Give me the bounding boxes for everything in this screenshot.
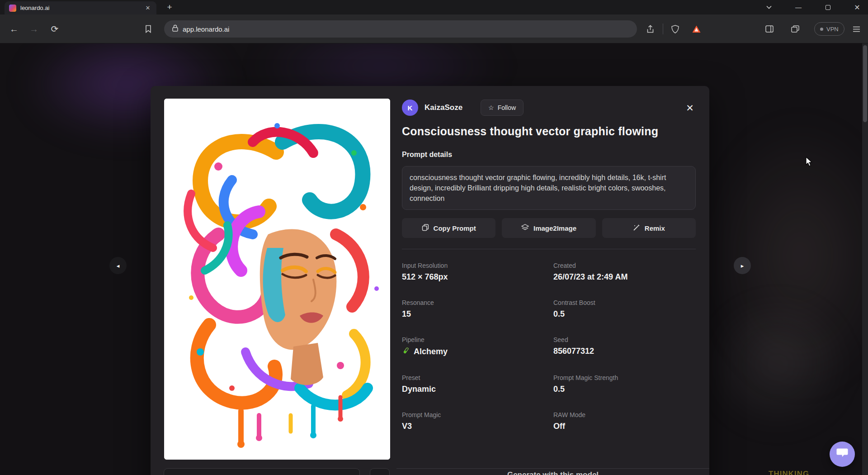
detail-panel: K KaizaSoze ☆ Follow Consciousness thoug… bbox=[402, 98, 696, 431]
detail-pipeline: Pipeline Alchemy bbox=[402, 336, 544, 357]
thumbnail-strip[interactable] bbox=[164, 468, 360, 475]
share-icon[interactable] bbox=[642, 21, 658, 37]
image-detail-modal: ✕ K KaizaSoze ☆ Follow Consciousness tho… bbox=[151, 86, 709, 475]
generate-label: Generate with this model bbox=[507, 470, 599, 475]
toolbar-divider bbox=[663, 24, 663, 34]
background-glow bbox=[705, 297, 850, 432]
tab-title: leonardo.ai bbox=[20, 5, 140, 11]
page-background: ✕ K KaizaSoze ☆ Follow Consciousness tho… bbox=[0, 43, 868, 475]
generated-artwork-image bbox=[164, 99, 390, 460]
scrollbar-thumb[interactable] bbox=[863, 45, 867, 122]
chat-support-button[interactable] bbox=[830, 442, 855, 467]
brave-lion-icon[interactable] bbox=[688, 21, 704, 37]
detail-resonance: Resonance 15 bbox=[402, 299, 544, 319]
remix-label: Remix bbox=[645, 224, 665, 232]
copy-icon bbox=[422, 224, 429, 233]
video-watermark: THINKING bbox=[769, 470, 809, 475]
tab-strip: leonardo.ai ✕ + — ✕ bbox=[0, 0, 868, 14]
new-tab-button[interactable]: + bbox=[164, 2, 175, 13]
detail-seed: Seed 856077312 bbox=[553, 336, 696, 357]
window-minimize-button[interactable]: — bbox=[790, 0, 807, 14]
tab-close-icon[interactable]: ✕ bbox=[144, 4, 152, 12]
image2image-button[interactable]: Image2Image bbox=[502, 218, 595, 238]
bookmark-icon[interactable] bbox=[140, 21, 156, 37]
copy-prompt-button[interactable]: Copy Prompt bbox=[402, 218, 495, 238]
vpn-label: VPN bbox=[826, 26, 839, 33]
page-scrollbar[interactable] bbox=[862, 43, 868, 475]
generate-with-model-button[interactable]: Generate with this model bbox=[396, 468, 709, 475]
previous-image-button[interactable]: ◂ bbox=[109, 257, 127, 274]
star-icon: ☆ bbox=[488, 104, 494, 111]
forward-button[interactable]: → bbox=[26, 21, 42, 37]
url-text: app.leonardo.ai bbox=[183, 25, 229, 33]
copy-prompt-label: Copy Prompt bbox=[434, 224, 476, 232]
action-buttons: Copy Prompt Image2Image Remix bbox=[402, 218, 696, 238]
vpn-button[interactable]: VPN bbox=[814, 22, 844, 36]
wand-icon bbox=[633, 224, 640, 233]
thumbnail-strip-button[interactable] bbox=[370, 468, 390, 475]
details-grid: Input Resolution 512 × 768px Created 26/… bbox=[402, 262, 696, 431]
brave-shield-icon[interactable] bbox=[667, 21, 683, 37]
avatar[interactable]: K bbox=[402, 100, 418, 116]
panels-icon[interactable] bbox=[787, 21, 803, 37]
chevron-down-icon[interactable] bbox=[761, 0, 777, 14]
detail-raw-mode: RAW Mode Off bbox=[553, 411, 696, 431]
detail-input-resolution: Input Resolution 512 × 768px bbox=[402, 262, 544, 282]
vpn-status-dot bbox=[820, 28, 823, 31]
remix-button[interactable]: Remix bbox=[602, 218, 696, 238]
image2image-label: Image2Image bbox=[533, 224, 576, 232]
address-bar[interactable]: app.leonardo.ai bbox=[164, 20, 637, 38]
background-glow bbox=[705, 116, 868, 396]
divider bbox=[402, 249, 696, 249]
follow-label: Follow bbox=[498, 104, 516, 111]
layers-icon bbox=[521, 224, 529, 233]
window-close-button[interactable]: ✕ bbox=[849, 0, 865, 14]
lock-icon bbox=[172, 24, 178, 33]
detail-prompt-magic: Prompt Magic V3 bbox=[402, 411, 544, 431]
prompt-text: consciousness thought vector graphic flo… bbox=[402, 166, 696, 210]
test-tube-icon bbox=[402, 347, 410, 357]
image-title: Consciousness thought vector graphic flo… bbox=[402, 125, 696, 138]
detail-prompt-magic-strength: Prompt Magic Strength 0.5 bbox=[553, 374, 696, 394]
sidebar-toggle-icon[interactable] bbox=[761, 21, 778, 37]
follow-button[interactable]: ☆ Follow bbox=[481, 100, 524, 116]
detail-contrast-boost: Contrast Boost 0.5 bbox=[553, 299, 696, 319]
prompt-details-heading: Prompt details bbox=[402, 151, 696, 159]
maximize-icon bbox=[826, 5, 830, 10]
mouse-cursor bbox=[806, 157, 815, 169]
menu-icon[interactable] bbox=[848, 21, 864, 37]
author-row: K KaizaSoze ☆ Follow bbox=[402, 98, 696, 118]
back-button[interactable]: ← bbox=[6, 21, 22, 37]
chat-bubble-icon bbox=[836, 448, 848, 461]
detail-created: Created 26/07/23 at 2:49 AM bbox=[553, 262, 696, 282]
reload-button[interactable]: ⟳ bbox=[47, 21, 63, 37]
detail-preset: Preset Dynamic bbox=[402, 374, 544, 394]
window-maximize-button[interactable] bbox=[820, 0, 836, 14]
browser-toolbar: ← → ⟳ app.leonardo.ai VPN bbox=[0, 14, 868, 43]
author-name[interactable]: KaizaSoze bbox=[425, 103, 462, 112]
browser-tab[interactable]: leonardo.ai ✕ bbox=[5, 1, 156, 14]
leonardo-favicon bbox=[9, 5, 16, 12]
next-image-button[interactable]: ▸ bbox=[734, 257, 751, 274]
